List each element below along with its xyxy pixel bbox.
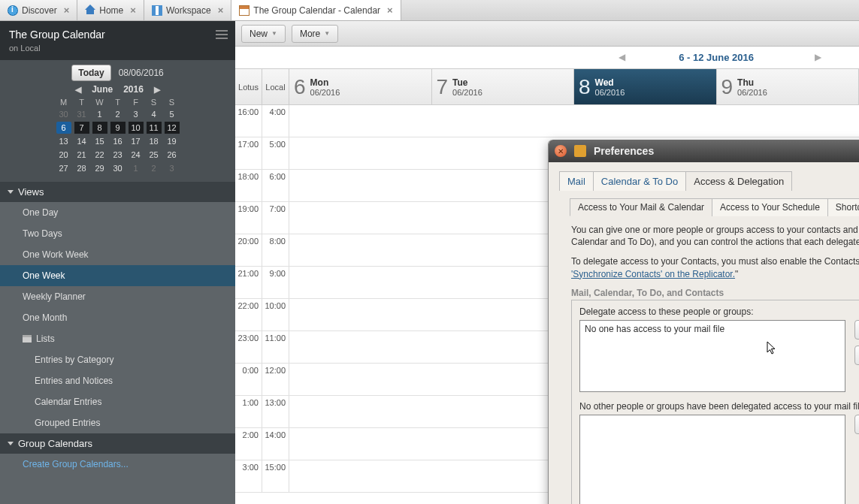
create-group-link[interactable]: Create Group Calendars... [0,454,235,475]
time-row[interactable]: 16:004:00 [235,105,859,137]
calendar-day[interactable]: 20 [56,149,71,161]
calendar-day[interactable]: 27 [56,162,71,174]
close-icon[interactable]: × [218,5,224,16]
month-label: June [92,84,113,95]
calendar-day[interactable]: 26 [165,149,180,161]
pref-tab[interactable]: Access & Delegation [685,171,792,191]
pref-subtab[interactable]: Shortcuts to Others' Mail [827,198,859,216]
folder-icon [23,335,32,343]
time-label: 6:00 [262,170,289,201]
calendar-day[interactable]: 10 [129,122,144,134]
view-item-two-days[interactable]: Two Days [0,223,235,244]
pref-subtab[interactable]: Access to Your Schedule [712,198,828,216]
day-of-week: Mon [310,77,340,88]
list-item[interactable]: Entries and Notices [0,370,235,391]
calendar-day[interactable]: 1 [92,108,107,120]
view-item-one-month[interactable]: One Month [0,307,235,328]
view-item-one-day[interactable]: One Day [0,202,235,223]
day-header[interactable]: 8Wed06/2016 [574,69,717,104]
delegate-list[interactable]: No one has access to your mail file [579,320,845,392]
calendar-day[interactable]: 16 [110,135,126,147]
calendar-day[interactable]: 4 [147,108,162,120]
prev-month-icon[interactable]: ◀ [75,85,81,95]
calendar-grid[interactable]: MTWTFSS303112345678910111213141516171819… [0,98,235,174]
note-text: No other people or groups have been dele… [579,401,859,412]
next-week-icon[interactable]: ▶ [815,52,821,62]
views-section-head[interactable]: Views [0,182,235,202]
lotus-col-head: Lotus [235,69,262,104]
today-button[interactable]: Today [71,65,110,81]
calendar-day[interactable]: 11 [147,122,162,134]
close-icon[interactable]: × [130,5,136,16]
close-icon[interactable]: ✕ [555,145,567,157]
view-item-one-week[interactable]: One Week [0,265,235,286]
access-list[interactable] [579,415,845,504]
day-header[interactable]: 6Mon06/2016 [289,69,432,104]
pref-tab[interactable]: Calendar & To Do [593,171,686,191]
groupcal-section-head[interactable]: Group Calendars [0,433,235,454]
tab-home[interactable]: Home × [77,0,144,20]
calendar-day[interactable]: 24 [129,149,144,161]
day-header-row: Lotus Local 6Mon06/20167Tue06/20168Wed06… [235,69,859,105]
calendar-day[interactable]: 18 [147,135,162,147]
calendar-day[interactable]: 2 [147,162,162,174]
change-access-button[interactable]: Change Access... [854,415,859,434]
time-label: 19:00 [235,202,262,234]
time-label: 23:00 [235,331,262,363]
pref-tab[interactable]: Mail [559,171,594,191]
time-label: 3:00 [235,460,262,492]
calendar-day[interactable]: 9 [110,122,126,134]
calendar-day[interactable]: 29 [92,162,107,174]
remove-button[interactable]: Remove [854,346,859,365]
more-button[interactable]: More ▼ [292,25,338,43]
add-button[interactable]: Add... [854,320,859,340]
tab-calendar[interactable]: The Group Calendar - Calendar × [231,0,401,20]
calendar-day[interactable]: 28 [74,162,89,174]
view-item-one-work-week[interactable]: One Work Week [0,244,235,265]
pref-subtab[interactable]: Access to Your Mail & Calendar [570,198,712,216]
calendar-day[interactable]: 3 [129,108,144,120]
calendar-day[interactable]: 21 [74,149,89,161]
calendar-day[interactable]: 1 [129,162,144,174]
calendar-day[interactable]: 25 [147,149,162,161]
calendar-day[interactable]: 17 [129,135,144,147]
calendar-day[interactable]: 12 [165,122,180,134]
lists-header[interactable]: Lists [0,328,235,349]
list-item[interactable]: Calendar Entries [0,391,235,412]
calendar-day[interactable]: 30 [56,108,71,120]
calendar-day[interactable]: 14 [74,135,89,147]
next-month-icon[interactable]: ▶ [154,85,160,95]
new-button[interactable]: New ▼ [241,25,286,43]
calendar-day[interactable]: 5 [165,108,180,120]
calendar-day[interactable]: 7 [74,122,89,134]
calendar-day[interactable]: 19 [165,135,180,147]
close-icon[interactable]: × [64,5,70,16]
calendar-day[interactable]: 23 [110,149,126,161]
menu-icon[interactable] [216,30,228,39]
calendar-day[interactable]: 15 [92,135,107,147]
calendar-day[interactable]: 2 [110,108,126,120]
tab-workspace[interactable]: Workspace × [144,0,231,20]
day-header[interactable]: 7Tue06/2016 [432,69,575,104]
day-header[interactable]: 9Thu06/2016 [717,69,860,104]
list-item[interactable]: Entries by Category [0,349,235,370]
calendar-day[interactable]: 22 [92,149,107,161]
list-item[interactable]: Grouped Entries [0,412,235,433]
calendar-day[interactable]: 30 [110,162,126,174]
prev-week-icon[interactable]: ◀ [619,52,625,62]
calendar-day[interactable]: 31 [74,108,89,120]
calendar-day[interactable]: 6 [56,122,71,134]
calendar-day[interactable]: 8 [92,122,107,134]
info-icon [8,5,18,16]
calendar-day[interactable]: 3 [165,162,180,174]
day-number: 9 [721,75,733,99]
view-item-weekly-planner[interactable]: Weekly Planner [0,286,235,307]
tab-discover[interactable]: Discover × [0,0,77,20]
dialog-titlebar[interactable]: ✕ Preferences [549,140,859,162]
close-icon[interactable]: × [387,5,393,16]
date-range: 6 - 12 June 2016 [679,52,754,63]
calendar-day[interactable]: 13 [56,135,71,147]
month-year: 06/2016 [452,88,482,97]
calendar-content: New ▼ More ▼ ◀ 6 - 12 June 2016 ▶ Lotus … [235,21,859,504]
preferences-icon [574,145,586,157]
